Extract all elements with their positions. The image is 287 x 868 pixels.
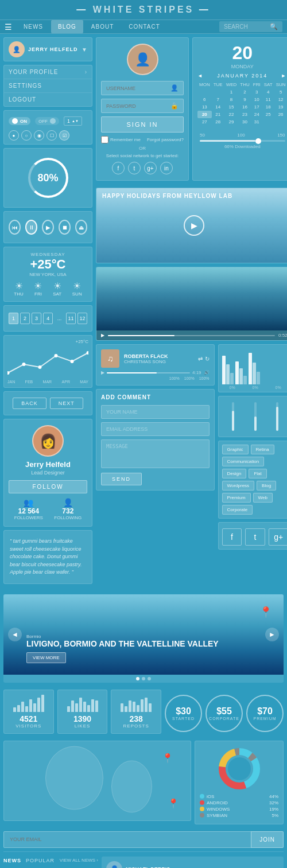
back-button[interactable]: BACK — [13, 398, 46, 409]
music-play-icon[interactable]: ▶ — [101, 370, 104, 375]
tag-corporate[interactable]: Corporate — [222, 505, 253, 515]
price-label: CORPORATE — [209, 717, 239, 721]
popular-tab[interactable]: POPULAR — [26, 857, 55, 865]
v-slider-track[interactable] — [232, 402, 234, 431]
dot-1[interactable] — [136, 677, 139, 680]
tag-graphic[interactable]: Graphic — [222, 445, 249, 454]
sign-in-button[interactable]: SIGN IN — [101, 116, 184, 133]
dot-3[interactable] — [148, 677, 151, 680]
music-track[interactable] — [107, 372, 190, 373]
page-1[interactable]: 1 — [9, 313, 18, 324]
price-premium[interactable]: $70 PREMIUM — [246, 695, 284, 732]
dot-2[interactable] — [142, 677, 145, 680]
join-button[interactable]: JOIN — [251, 831, 284, 848]
v-slider-fill — [276, 407, 278, 431]
repeat-icon[interactable]: ↻ — [205, 356, 210, 362]
follow-button[interactable]: FOLLOW — [9, 480, 87, 493]
user-dropdown-icon[interactable]: ▼ — [82, 46, 87, 53]
checkbox-2[interactable]: ☑ — [59, 130, 69, 141]
remember-me-checkbox[interactable]: Remember me — [101, 136, 141, 143]
radio-3[interactable]: ◉ — [34, 130, 44, 141]
nav-item-blog[interactable]: BLOG — [51, 20, 83, 33]
toggle-on[interactable]: ON — [9, 117, 30, 125]
eject-button[interactable]: ⏏ — [75, 220, 87, 235]
menu-hamburger-icon[interactable]: ☰ — [5, 22, 12, 32]
news-tab[interactable]: NEWS — [3, 857, 21, 865]
tag-wordpress[interactable]: Wordpress — [222, 481, 255, 491]
search-bar[interactable]: 🔍 — [219, 21, 282, 32]
carousel-dots — [3, 675, 284, 683]
rewind-button[interactable]: ⏮ — [9, 220, 21, 235]
page-4[interactable]: 4 — [43, 313, 53, 324]
sidebar-item-settings[interactable]: SETTINGS — [4, 79, 92, 93]
play-button[interactable]: ▶ — [184, 215, 204, 236]
search-input[interactable] — [224, 24, 270, 30]
chart-panel: +25°C JAN FEB MAR APR MAY — [3, 335, 92, 388]
v-slider-track[interactable] — [254, 402, 257, 431]
tag-flat[interactable]: Flat — [249, 469, 266, 478]
video-play-icon[interactable]: ▶ — [101, 333, 104, 338]
user-name: JERRY HELFELD — [28, 46, 78, 52]
tag-blog[interactable]: Blog — [257, 481, 276, 491]
toggle-off[interactable]: OFF — [35, 117, 59, 125]
profile-card: 👩 Jerry Helfeld Lead Designer FOLLOW 👥 1… — [3, 419, 92, 527]
price-started[interactable]: $30 STARTED — [165, 695, 202, 732]
tag-web[interactable]: Web — [253, 493, 273, 503]
slider-track[interactable] — [200, 140, 285, 142]
view-more-button[interactable]: VIEW MORE — [26, 652, 66, 663]
linkedin-icon[interactable]: in — [160, 162, 173, 174]
volume-icon[interactable]: 🔊 — [204, 370, 210, 375]
password-input[interactable] — [106, 103, 170, 109]
facebook-icon[interactable]: f — [112, 162, 125, 174]
next-button[interactable]: NEXT — [50, 398, 83, 409]
carousel-content: Bormio LIVIGNO, BORMIO AND THE VALTELLIN… — [26, 634, 219, 663]
tag-retina[interactable]: Retina — [251, 445, 274, 454]
email-input[interactable] — [3, 831, 251, 848]
nav-item-about[interactable]: ABOUT — [84, 20, 121, 33]
comment-email-input[interactable] — [101, 422, 210, 436]
view-all-news[interactable]: VIEW ALL NEWS › — [60, 858, 98, 863]
shuffle-icon[interactable]: ⇄ — [198, 356, 203, 362]
twitter-icon[interactable]: t — [128, 162, 141, 174]
sidebar-item-profile[interactable]: YOUR PROFILE › — [4, 65, 92, 79]
google-plus-share-button[interactable]: g+ — [269, 528, 287, 546]
send-button[interactable]: SEND — [101, 473, 142, 485]
music-duration: 4:19 — [192, 370, 201, 375]
forgot-password-link[interactable]: Forgot password? — [147, 137, 184, 142]
facebook-share-button[interactable]: f — [222, 528, 242, 546]
sidebar-item-logout[interactable]: LOGOUT — [4, 93, 92, 106]
page-2[interactable]: 2 — [20, 313, 30, 324]
twitter-share-button[interactable]: t — [245, 528, 265, 546]
carousel-arrow-right[interactable]: ► — [265, 628, 279, 641]
carousel-arrow-left[interactable]: ◄ — [8, 628, 22, 641]
video-progress-track[interactable] — [108, 335, 275, 336]
bar — [21, 702, 24, 712]
comment-message-input[interactable] — [101, 439, 210, 468]
tag-communication[interactable]: Communication — [222, 457, 265, 466]
page-11[interactable]: 11 — [66, 313, 76, 324]
page-3[interactable]: 3 — [32, 313, 41, 324]
tag-premium[interactable]: Premium — [222, 493, 251, 503]
page-12[interactable]: 12 — [77, 313, 87, 324]
next-month-button[interactable]: ► — [281, 73, 287, 79]
password-field[interactable]: 🔒 — [101, 99, 184, 113]
tag-design[interactable]: Design — [222, 469, 247, 478]
v-slider-track[interactable] — [276, 402, 278, 431]
today[interactable]: 20 — [197, 111, 212, 118]
stop-button[interactable]: ⏹ — [59, 220, 71, 235]
slider-knob[interactable] — [255, 138, 261, 144]
nav-item-news[interactable]: NEWS — [17, 20, 50, 33]
play-button[interactable]: ▶ — [42, 220, 54, 235]
comment-name-input[interactable] — [101, 405, 210, 419]
number-stepper[interactable]: 1 ▲▼ — [64, 116, 82, 126]
prev-month-button[interactable]: ◄ — [197, 73, 204, 79]
checkbox-1[interactable]: ☐ — [46, 130, 57, 141]
nav-item-contact[interactable]: CONTACT — [122, 20, 167, 33]
username-field[interactable]: 👤 — [101, 81, 184, 95]
radio-1[interactable]: ● — [9, 130, 19, 141]
price-corporate[interactable]: $55 CORPORATE — [205, 695, 243, 732]
google-plus-icon[interactable]: g+ — [144, 162, 157, 174]
radio-2[interactable]: ○ — [21, 130, 32, 141]
username-input[interactable] — [106, 85, 170, 91]
pause-button[interactable]: ⏸ — [25, 220, 37, 235]
